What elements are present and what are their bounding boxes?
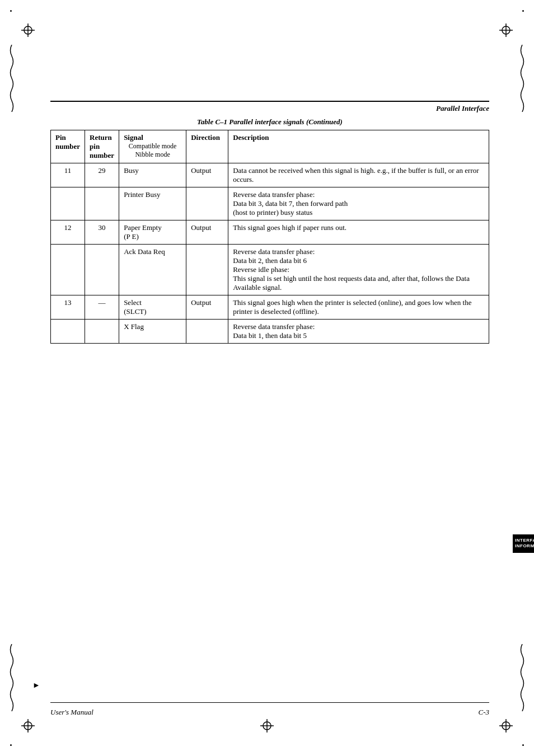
col-header-signal-sub1: Compatible mode: [124, 142, 181, 151]
table-row: Printer Busy Reverse data transfer phase…: [51, 187, 489, 220]
col-header-signal: Signal Compatible mode Nibble mode: [119, 130, 186, 163]
cell-direction: Output: [186, 163, 228, 187]
table-row: Ack Data Req Reverse data transfer phase…: [51, 245, 489, 295]
table-row: 13 — Select(SLCT) Output This signal goe…: [51, 295, 489, 320]
table-row: 11 29 Busy Output Data cannot be receive…: [51, 163, 489, 187]
page-title: Parallel Interface: [436, 104, 489, 113]
cell-return: [85, 320, 119, 344]
cell-signal: Printer Busy: [119, 187, 186, 220]
table-caption: Table C–1 Parallel interface signals (Co…: [50, 118, 489, 126]
arrow-left: ►: [32, 681, 40, 690]
cell-direction: [186, 245, 228, 295]
col-header-return: Returnpinnumber: [85, 130, 119, 163]
spine-decoration-bottom-left: [8, 644, 16, 711]
main-table: Pinnumber Returnpinnumber Signal Compati…: [50, 130, 489, 344]
corner-dot-tl: [10, 10, 12, 12]
cell-signal: Busy: [119, 163, 186, 187]
cell-pin: [51, 320, 85, 344]
col-header-direction: Direction: [186, 130, 228, 163]
side-tab: INTERFACE INFORMATION: [513, 534, 534, 553]
cell-return: 29: [85, 163, 119, 187]
cell-signal: Select(SLCT): [119, 295, 186, 320]
cell-description: Data cannot be received when this signal…: [228, 163, 489, 187]
side-tab-line1: INTERFACE: [515, 538, 534, 543]
page: Parallel Interface Table C–1 Parallel in…: [0, 0, 534, 756]
side-tab-line2: INFORMATION: [515, 543, 534, 548]
reg-mark-top-right: [499, 24, 513, 37]
cell-description: Reverse data transfer phase:Data bit 2, …: [228, 245, 489, 295]
cell-direction: Output: [186, 220, 228, 245]
corner-dot-bl: [10, 744, 12, 746]
spine-decoration-bottom-right: [518, 644, 526, 711]
corner-dot-br: [522, 744, 524, 746]
page-header: Parallel Interface: [50, 102, 489, 113]
cell-signal: X Flag: [119, 320, 186, 344]
footer-rule: [50, 702, 489, 703]
corner-dot-tr: [522, 10, 524, 12]
reg-mark-bottom-left: [21, 719, 35, 732]
cell-description: Reverse data transfer phase:Data bit 1, …: [228, 320, 489, 344]
reg-mark-bottom-right: [499, 719, 513, 732]
cell-pin: [51, 245, 85, 295]
cell-return: 30: [85, 220, 119, 245]
col-header-pin: Pinnumber: [51, 130, 85, 163]
cell-direction: [186, 187, 228, 220]
cell-pin: [51, 187, 85, 220]
cell-description: This signal goes high when the printer i…: [228, 295, 489, 320]
cell-signal: Paper Empty(P E): [119, 220, 186, 245]
table-header-row: Pinnumber Returnpinnumber Signal Compati…: [51, 130, 489, 163]
spine-decoration-top-right: [518, 45, 526, 112]
reg-mark-top-left: [21, 24, 35, 37]
cell-signal: Ack Data Req: [119, 245, 186, 295]
cell-return: [85, 245, 119, 295]
cell-pin: 11: [51, 163, 85, 187]
cell-return: [85, 187, 119, 220]
footer: User's Manual C-3: [50, 708, 489, 717]
footer-right: C-3: [479, 708, 490, 717]
cell-pin: 12: [51, 220, 85, 245]
spine-decoration-top-left: [8, 45, 16, 112]
cell-direction: Output: [186, 295, 228, 320]
footer-left: User's Manual: [50, 708, 93, 717]
cell-direction: [186, 320, 228, 344]
col-header-description: Description: [228, 130, 489, 163]
table-row: 12 30 Paper Empty(P E) Output This signa…: [51, 220, 489, 245]
col-header-signal-sub2: Nibble mode: [124, 151, 181, 159]
cell-description: Reverse data transfer phase:Data bit 3, …: [228, 187, 489, 220]
table-row: X Flag Reverse data transfer phase:Data …: [51, 320, 489, 344]
cell-return: —: [85, 295, 119, 320]
cell-description: This signal goes high if paper runs out.: [228, 220, 489, 245]
reg-mark-bottom-center: [260, 719, 274, 732]
cell-pin: 13: [51, 295, 85, 320]
